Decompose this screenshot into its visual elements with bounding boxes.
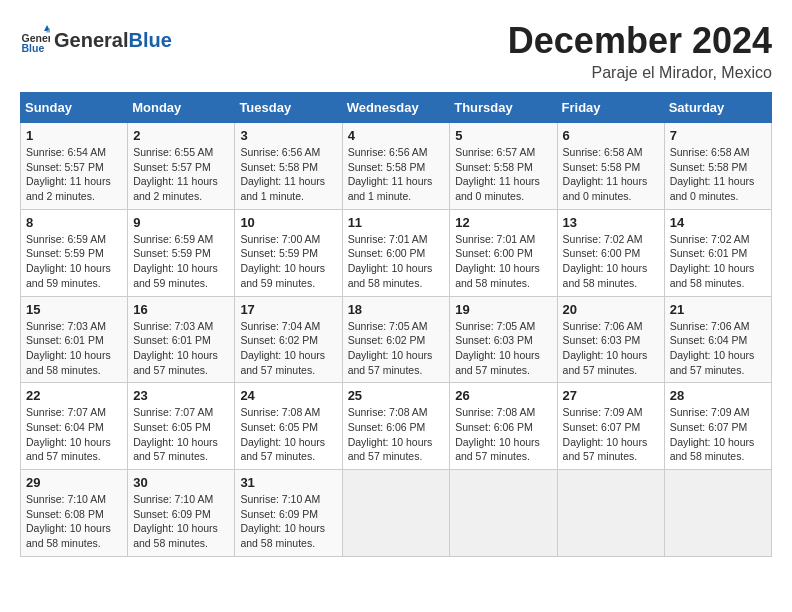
calendar-cell: 4Sunrise: 6:56 AMSunset: 5:58 PMDaylight… (342, 123, 450, 210)
day-number: 18 (348, 302, 445, 317)
day-number: 22 (26, 388, 122, 403)
day-number: 30 (133, 475, 229, 490)
day-number: 14 (670, 215, 766, 230)
day-info: Sunrise: 7:07 AMSunset: 6:05 PMDaylight:… (133, 405, 229, 464)
day-number: 31 (240, 475, 336, 490)
day-info: Sunrise: 7:09 AMSunset: 6:07 PMDaylight:… (563, 405, 659, 464)
day-header-monday: Monday (128, 93, 235, 123)
calendar-week-1: 1Sunrise: 6:54 AMSunset: 5:57 PMDaylight… (21, 123, 772, 210)
day-info: Sunrise: 7:09 AMSunset: 6:07 PMDaylight:… (670, 405, 766, 464)
day-info: Sunrise: 7:02 AMSunset: 6:00 PMDaylight:… (563, 232, 659, 291)
calendar-cell: 18Sunrise: 7:05 AMSunset: 6:02 PMDayligh… (342, 296, 450, 383)
day-number: 12 (455, 215, 551, 230)
day-number: 9 (133, 215, 229, 230)
day-number: 29 (26, 475, 122, 490)
day-info: Sunrise: 7:06 AMSunset: 6:04 PMDaylight:… (670, 319, 766, 378)
day-header-sunday: Sunday (21, 93, 128, 123)
calendar-cell: 6Sunrise: 6:58 AMSunset: 5:58 PMDaylight… (557, 123, 664, 210)
day-number: 28 (670, 388, 766, 403)
day-info: Sunrise: 6:55 AMSunset: 5:57 PMDaylight:… (133, 145, 229, 204)
calendar-cell: 13Sunrise: 7:02 AMSunset: 6:00 PMDayligh… (557, 209, 664, 296)
day-info: Sunrise: 7:10 AMSunset: 6:09 PMDaylight:… (133, 492, 229, 551)
day-info: Sunrise: 6:56 AMSunset: 5:58 PMDaylight:… (348, 145, 445, 204)
calendar-cell: 25Sunrise: 7:08 AMSunset: 6:06 PMDayligh… (342, 383, 450, 470)
day-info: Sunrise: 6:58 AMSunset: 5:58 PMDaylight:… (670, 145, 766, 204)
calendar-cell: 23Sunrise: 7:07 AMSunset: 6:05 PMDayligh… (128, 383, 235, 470)
day-info: Sunrise: 7:00 AMSunset: 5:59 PMDaylight:… (240, 232, 336, 291)
svg-text:Blue: Blue (22, 42, 45, 54)
day-number: 21 (670, 302, 766, 317)
day-number: 7 (670, 128, 766, 143)
day-header-thursday: Thursday (450, 93, 557, 123)
day-info: Sunrise: 7:08 AMSunset: 6:06 PMDaylight:… (348, 405, 445, 464)
calendar-cell: 21Sunrise: 7:06 AMSunset: 6:04 PMDayligh… (664, 296, 771, 383)
calendar-cell: 24Sunrise: 7:08 AMSunset: 6:05 PMDayligh… (235, 383, 342, 470)
day-info: Sunrise: 7:01 AMSunset: 6:00 PMDaylight:… (348, 232, 445, 291)
day-number: 24 (240, 388, 336, 403)
day-header-saturday: Saturday (664, 93, 771, 123)
calendar-cell (450, 470, 557, 557)
day-info: Sunrise: 7:05 AMSunset: 6:03 PMDaylight:… (455, 319, 551, 378)
day-info: Sunrise: 7:03 AMSunset: 6:01 PMDaylight:… (133, 319, 229, 378)
logo-blue-text: Blue (128, 29, 171, 52)
calendar-cell: 17Sunrise: 7:04 AMSunset: 6:02 PMDayligh… (235, 296, 342, 383)
calendar-cell: 31Sunrise: 7:10 AMSunset: 6:09 PMDayligh… (235, 470, 342, 557)
day-info: Sunrise: 6:57 AMSunset: 5:58 PMDaylight:… (455, 145, 551, 204)
day-info: Sunrise: 6:54 AMSunset: 5:57 PMDaylight:… (26, 145, 122, 204)
day-number: 3 (240, 128, 336, 143)
day-number: 4 (348, 128, 445, 143)
day-header-wednesday: Wednesday (342, 93, 450, 123)
calendar-cell: 2Sunrise: 6:55 AMSunset: 5:57 PMDaylight… (128, 123, 235, 210)
day-header-friday: Friday (557, 93, 664, 123)
day-info: Sunrise: 7:04 AMSunset: 6:02 PMDaylight:… (240, 319, 336, 378)
day-number: 1 (26, 128, 122, 143)
calendar-table: SundayMondayTuesdayWednesdayThursdayFrid… (20, 92, 772, 557)
calendar-cell: 7Sunrise: 6:58 AMSunset: 5:58 PMDaylight… (664, 123, 771, 210)
month-title: December 2024 (508, 20, 772, 62)
day-number: 27 (563, 388, 659, 403)
day-info: Sunrise: 6:56 AMSunset: 5:58 PMDaylight:… (240, 145, 336, 204)
calendar-cell: 1Sunrise: 6:54 AMSunset: 5:57 PMDaylight… (21, 123, 128, 210)
calendar-cell: 27Sunrise: 7:09 AMSunset: 6:07 PMDayligh… (557, 383, 664, 470)
calendar-cell: 29Sunrise: 7:10 AMSunset: 6:08 PMDayligh… (21, 470, 128, 557)
day-number: 19 (455, 302, 551, 317)
calendar-week-3: 15Sunrise: 7:03 AMSunset: 6:01 PMDayligh… (21, 296, 772, 383)
day-number: 11 (348, 215, 445, 230)
logo-general-text: General (54, 29, 128, 52)
calendar-cell: 30Sunrise: 7:10 AMSunset: 6:09 PMDayligh… (128, 470, 235, 557)
calendar-cell: 19Sunrise: 7:05 AMSunset: 6:03 PMDayligh… (450, 296, 557, 383)
day-number: 2 (133, 128, 229, 143)
day-info: Sunrise: 6:59 AMSunset: 5:59 PMDaylight:… (133, 232, 229, 291)
day-number: 23 (133, 388, 229, 403)
header: General Blue General Blue December 2024 … (20, 20, 772, 82)
calendar-cell: 11Sunrise: 7:01 AMSunset: 6:00 PMDayligh… (342, 209, 450, 296)
calendar-cell: 10Sunrise: 7:00 AMSunset: 5:59 PMDayligh… (235, 209, 342, 296)
calendar-cell: 14Sunrise: 7:02 AMSunset: 6:01 PMDayligh… (664, 209, 771, 296)
calendar-cell: 3Sunrise: 6:56 AMSunset: 5:58 PMDaylight… (235, 123, 342, 210)
logo-icon: General Blue (20, 25, 50, 55)
calendar-cell: 22Sunrise: 7:07 AMSunset: 6:04 PMDayligh… (21, 383, 128, 470)
calendar-cell: 26Sunrise: 7:08 AMSunset: 6:06 PMDayligh… (450, 383, 557, 470)
day-header-tuesday: Tuesday (235, 93, 342, 123)
day-info: Sunrise: 7:08 AMSunset: 6:05 PMDaylight:… (240, 405, 336, 464)
calendar-cell: 5Sunrise: 6:57 AMSunset: 5:58 PMDaylight… (450, 123, 557, 210)
calendar-week-4: 22Sunrise: 7:07 AMSunset: 6:04 PMDayligh… (21, 383, 772, 470)
day-info: Sunrise: 7:10 AMSunset: 6:09 PMDaylight:… (240, 492, 336, 551)
day-info: Sunrise: 7:07 AMSunset: 6:04 PMDaylight:… (26, 405, 122, 464)
day-info: Sunrise: 6:58 AMSunset: 5:58 PMDaylight:… (563, 145, 659, 204)
title-area: December 2024 Paraje el Mirador, Mexico (508, 20, 772, 82)
day-number: 25 (348, 388, 445, 403)
calendar-cell: 20Sunrise: 7:06 AMSunset: 6:03 PMDayligh… (557, 296, 664, 383)
calendar-week-2: 8Sunrise: 6:59 AMSunset: 5:59 PMDaylight… (21, 209, 772, 296)
calendar-week-5: 29Sunrise: 7:10 AMSunset: 6:08 PMDayligh… (21, 470, 772, 557)
logo: General Blue General Blue (20, 25, 172, 55)
calendar-cell: 9Sunrise: 6:59 AMSunset: 5:59 PMDaylight… (128, 209, 235, 296)
calendar-cell: 28Sunrise: 7:09 AMSunset: 6:07 PMDayligh… (664, 383, 771, 470)
day-number: 16 (133, 302, 229, 317)
calendar-cell (342, 470, 450, 557)
calendar-cell: 16Sunrise: 7:03 AMSunset: 6:01 PMDayligh… (128, 296, 235, 383)
day-number: 17 (240, 302, 336, 317)
calendar-cell (664, 470, 771, 557)
day-number: 20 (563, 302, 659, 317)
day-info: Sunrise: 7:02 AMSunset: 6:01 PMDaylight:… (670, 232, 766, 291)
